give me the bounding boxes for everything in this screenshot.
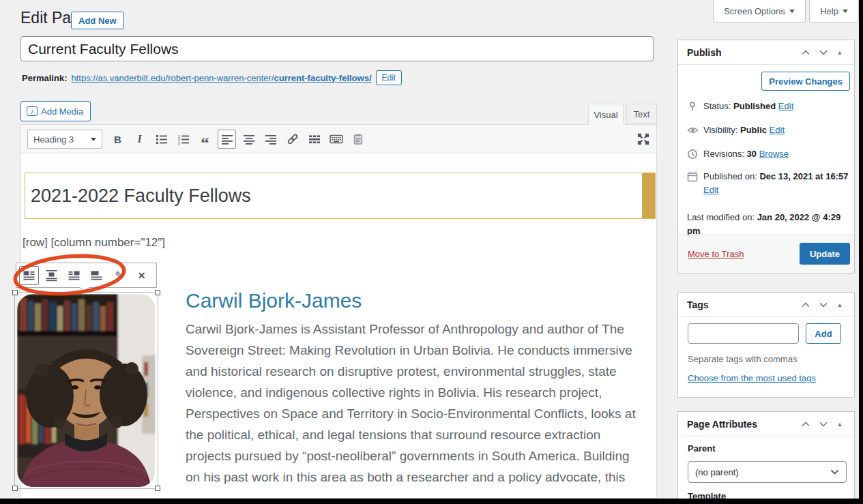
align-left-button[interactable] [218, 130, 236, 149]
tab-visual[interactable]: Visual [588, 104, 624, 125]
update-button[interactable]: Update [800, 243, 850, 265]
visibility-row: Visibility: Public Edit [687, 123, 843, 137]
permalink-base: https://as.vanderbilt.edu/robert-penn-wa… [71, 73, 274, 83]
image-edit-button[interactable]: ✎ [109, 266, 129, 285]
tags-panel-header[interactable]: Tags ▲ [678, 293, 854, 317]
parent-select[interactable]: (no parent) [688, 461, 847, 483]
bulleted-list-button[interactable] [152, 130, 171, 149]
media-icon: ♪ [27, 106, 38, 116]
panel-toggle-button[interactable]: ▲ [832, 297, 847, 312]
profile-heading[interactable]: Carwil Bjork-James [186, 289, 362, 312]
image-align-none-icon [90, 269, 103, 282]
move-panel-down-button[interactable] [815, 417, 832, 432]
move-panel-down-button[interactable] [815, 45, 832, 60]
edit-visibility-link[interactable]: Edit [770, 125, 785, 135]
edit-permalink-button[interactable]: Edit [376, 70, 403, 85]
bio-line: violence, and indigenous collective righ… [186, 382, 636, 403]
fullscreen-icon [636, 132, 651, 147]
move-to-trash-link[interactable]: Move to Trash [688, 249, 744, 259]
add-tag-button[interactable]: Add [806, 323, 841, 344]
shortcode-text[interactable]: [row] [column number="12"] [23, 236, 165, 250]
permalink: Permalink: https://as.vanderbilt.edu/rob… [22, 70, 402, 85]
image-remove-button[interactable]: ✕ [132, 266, 151, 285]
fullscreen-button[interactable] [636, 132, 651, 147]
panel-title: Page Attributes [687, 419, 797, 430]
post-title-input[interactable] [20, 36, 654, 61]
pencil-icon: ✎ [115, 269, 123, 282]
keyboard-icon [330, 133, 343, 145]
align-center-button[interactable] [239, 130, 258, 149]
italic-button[interactable]: I [130, 130, 149, 149]
chevron-down-icon [830, 469, 839, 475]
image-align-none-button[interactable] [87, 266, 106, 285]
browse-revisions-link[interactable]: Browse [759, 149, 789, 159]
revisions-row: Revisions: 30 Browse [687, 147, 843, 161]
image-align-center-button[interactable] [42, 266, 61, 285]
published-on-row: Published on: Dec 13, 2021 at 16:57 Edit [687, 170, 843, 197]
paste-button[interactable] [349, 130, 367, 149]
most-used-tags-link[interactable]: Choose from the most used tags [688, 373, 816, 383]
panel-toggle-button[interactable]: ▲ [832, 45, 847, 60]
profile-bio[interactable]: Carwil Bjork-James is Assistant Professo… [186, 318, 636, 488]
bio-line: Carwil Bjork-James is Assistant Professo… [186, 318, 636, 340]
image-align-left-icon [23, 269, 35, 282]
bio-line: and historical research on disruptive pr… [186, 361, 636, 382]
gold-accent-bar [642, 173, 655, 218]
tab-text[interactable]: Text [626, 104, 657, 124]
edit-status-link[interactable]: Edit [778, 101, 793, 111]
new-tag-input[interactable] [688, 323, 799, 344]
image-align-right-button[interactable] [64, 266, 84, 285]
numbered-list-icon: 123 [177, 133, 190, 145]
section-heading-block[interactable]: 2021-2022 Faculty Fellows [25, 173, 656, 219]
move-panel-up-button[interactable] [797, 417, 815, 432]
editor-toolbar: Heading 3 B I 123 “ [21, 125, 656, 153]
clock-icon [687, 149, 698, 160]
insert-link-button[interactable] [283, 130, 302, 149]
bold-button[interactable]: B [108, 130, 127, 149]
help-button[interactable]: Help [809, 0, 859, 23]
chevron-up-icon [801, 50, 810, 55]
toolbar-toggle-button[interactable] [327, 130, 345, 149]
move-panel-up-button[interactable] [797, 45, 815, 60]
screen-options-button[interactable]: Screen Options [713, 0, 806, 23]
publishing-actions: Move to Trash Update [678, 235, 854, 273]
blockquote-button[interactable]: “ [196, 130, 214, 149]
edit-published-date-link[interactable]: Edit [703, 185, 718, 195]
link-icon [286, 132, 299, 146]
numbered-list-button[interactable]: 123 [174, 130, 192, 149]
paragraph-format-select[interactable]: Heading 3 [27, 130, 102, 149]
panel-title: Publish [687, 47, 797, 58]
image-align-left-button[interactable] [19, 266, 39, 285]
screenshot-crop-bar [859, 0, 863, 504]
bio-line: on his past work in this area as both a … [186, 466, 636, 488]
publish-panel: Publish ▲ Preview Changes Status: Publis… [677, 40, 855, 273]
read-more-button[interactable] [305, 130, 323, 149]
bio-line: Perspectives on Space and Territory in S… [186, 403, 636, 424]
page-attributes-panel-header[interactable]: Page Attributes ▲ [678, 412, 854, 436]
chevron-up-icon [801, 421, 810, 427]
last-modified-row: Last modified on: Jan 20, 2022 @ 4:29 pm [687, 211, 843, 238]
bio-line: projects pursued by “post-neoliberal” go… [186, 445, 636, 466]
move-panel-down-button[interactable] [815, 297, 832, 312]
chevron-down-icon [819, 50, 828, 55]
preview-changes-button[interactable]: Preview Changes [761, 72, 850, 91]
profile-photo-carwil-bjork-james[interactable] [17, 294, 156, 487]
add-new-button[interactable]: Add New [71, 12, 124, 29]
parent-label: Parent [688, 443, 715, 454]
permalink-link[interactable]: https://as.vanderbilt.edu/robert-penn-wa… [71, 73, 371, 83]
align-left-icon [221, 133, 233, 145]
align-right-button[interactable] [261, 130, 280, 149]
align-center-icon [243, 133, 255, 145]
blockquote-icon: “ [201, 140, 209, 147]
resize-handle[interactable] [12, 486, 18, 491]
publish-panel-header[interactable]: Publish ▲ [678, 40, 854, 65]
chevron-up-icon [801, 302, 810, 308]
chevron-down-icon [819, 421, 828, 427]
move-panel-up-button[interactable] [797, 297, 815, 312]
add-media-button[interactable]: ♪ Add Media [20, 101, 91, 121]
close-icon: ✕ [138, 270, 146, 281]
panel-toggle-button[interactable]: ▲ [832, 417, 847, 432]
eye-icon [687, 125, 699, 136]
tags-panel: Tags ▲ Add Separate tags with commas Cho… [677, 292, 855, 398]
resize-handle[interactable] [12, 290, 18, 295]
